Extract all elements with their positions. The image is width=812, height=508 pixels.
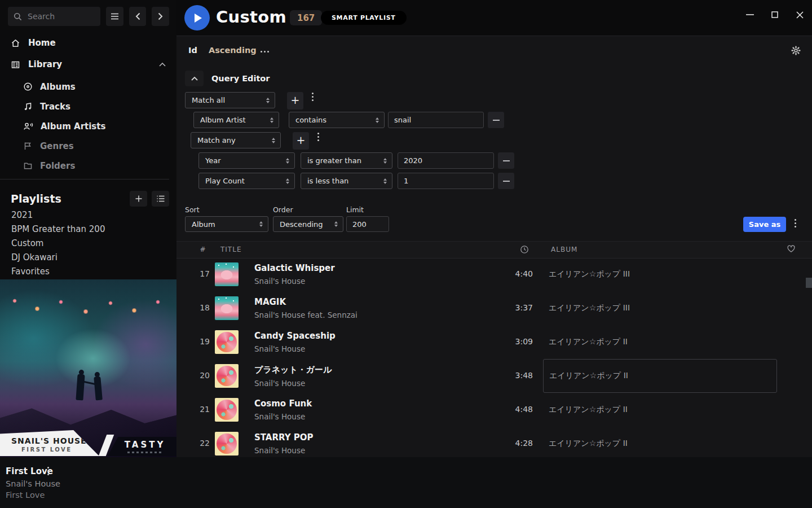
library-icon [11, 60, 20, 69]
column-album[interactable]: ALBUM [551, 246, 577, 253]
chevron-up-icon[interactable] [159, 63, 166, 67]
rule2-value-input[interactable] [398, 152, 494, 169]
remove-rule1-button[interactable] [488, 112, 504, 128]
scrollbar-thumb[interactable] [806, 278, 812, 288]
column-index[interactable]: # [198, 246, 208, 253]
track-row[interactable]: 22 STARRY POP Snail's House 4:28 エイリアン☆ポ… [176, 427, 812, 457]
track-album-cell[interactable]: エイリアン☆ポップ III [543, 291, 777, 325]
forward-button[interactable] [152, 7, 169, 26]
sort-field-button[interactable]: Id [188, 46, 197, 55]
back-button[interactable] [129, 7, 147, 26]
plus-icon [135, 195, 142, 202]
track-album: エイリアン☆ポップ III [549, 269, 630, 279]
track-number: 18 [187, 303, 210, 312]
track-row[interactable]: 17 Galactic Whisper Snail's House 4:40 エ… [176, 257, 812, 291]
track-album-cell[interactable]: エイリアン☆ポップ III [543, 257, 777, 291]
close-button[interactable] [787, 0, 812, 29]
add-rule-button-group1[interactable]: + [287, 92, 303, 110]
rule2-field-select[interactable]: Year [198, 152, 295, 169]
sort-select[interactable]: Album [185, 216, 268, 232]
limit-input[interactable] [346, 216, 389, 232]
select-arrows-icon [383, 178, 387, 184]
rule1-field-select[interactable]: Album Artist [193, 112, 279, 128]
group1-menu-button[interactable] [312, 96, 314, 98]
app-window: Home Library Albums Tracks [0, 0, 812, 508]
track-album: エイリアン☆ポップ III [549, 303, 630, 313]
sidebar-library-item[interactable]: Folders [0, 156, 176, 176]
sidebar-item-home[interactable]: Home [0, 32, 176, 54]
sidebar-divider [0, 179, 169, 179]
gear-icon [791, 46, 801, 55]
match-mode-value: Match all [192, 96, 225, 104]
track-row[interactable]: 21 Cosmo Funk Snail's House 4:48 エイリアン☆ポ… [176, 393, 812, 427]
track-row[interactable]: 19 Candy Spaceship Snail's House 3:09 エイ… [176, 325, 812, 359]
album-art-label-badge: TASTY [108, 437, 176, 456]
select-arrows-icon [383, 158, 387, 164]
now-playing-menu-button[interactable] [47, 470, 49, 472]
order-select[interactable]: Descending [273, 216, 343, 232]
duration-column-icon[interactable] [520, 245, 529, 254]
sort-toolbar: Id Ascending [176, 46, 812, 57]
search-input[interactable] [27, 11, 95, 21]
rule3-value-input[interactable] [398, 173, 494, 189]
playlist-item[interactable]: Favorites [11, 265, 171, 279]
sidebar-home-label: Home [28, 38, 56, 48]
select-arrows-icon [376, 117, 379, 123]
rule3-field-select[interactable]: Play Count [198, 173, 295, 189]
sort-direction-button[interactable]: Ascending [209, 46, 257, 55]
save-as-button[interactable]: Save as [743, 217, 786, 232]
match-mode-select-group2[interactable]: Match any [191, 132, 281, 148]
add-rule-button-group2[interactable]: + [293, 132, 309, 150]
play-playlist-button[interactable] [184, 5, 210, 30]
track-row[interactable]: 18 MAGIK Snail's House feat. Sennzai 3:3… [176, 291, 812, 325]
sidebar-library-item[interactable]: Album Artists [0, 116, 176, 136]
sidebar-library-item[interactable]: Genres [0, 136, 176, 156]
playlist-list-button[interactable] [152, 191, 169, 207]
minimize-button[interactable] [738, 0, 762, 29]
query-editor-collapse-button[interactable] [185, 71, 204, 86]
playlist-item[interactable]: BPM Greater than 200 [11, 222, 171, 237]
add-playlist-button[interactable] [130, 191, 147, 207]
playlist-item-label: 2021 [11, 210, 33, 220]
track-album-cell[interactable]: エイリアン☆ポップ II [543, 325, 777, 359]
more-options-button[interactable] [264, 51, 266, 52]
hamburger-icon [111, 13, 119, 20]
maximize-button[interactable] [762, 0, 787, 29]
playlist-item[interactable]: DJ Okawari [11, 251, 171, 265]
rule2-operator-select[interactable]: is greater than [301, 152, 392, 169]
match-mode-select-group1[interactable]: Match all [185, 92, 275, 108]
sidebar-item-library[interactable]: Library [0, 54, 176, 75]
remove-rule2-button[interactable] [498, 152, 514, 169]
sidebar-library-item[interactable]: Tracks [0, 97, 176, 116]
track-album-cell[interactable]: エイリアン☆ポップ II [543, 393, 777, 427]
minimize-icon [746, 14, 754, 15]
menu-button[interactable] [106, 7, 123, 26]
favorite-column-icon[interactable] [787, 244, 796, 253]
playlists-list: 2021 BPM Greater than 200 Custom DJ Okaw… [11, 208, 171, 279]
now-playing-album: First Love [6, 491, 45, 500]
remove-rule3-button[interactable] [498, 173, 514, 189]
group2-menu-button[interactable] [317, 136, 319, 138]
rule1-value-input[interactable] [388, 112, 484, 128]
track-album-cell[interactable]: エイリアン☆ポップ II [543, 427, 777, 457]
rule3-operator-select[interactable]: is less than [301, 173, 392, 189]
playlist-item[interactable]: Custom [11, 237, 171, 251]
sidebar-library-item[interactable]: Albums [0, 77, 176, 97]
player-bar: First Love Snail's House First Love 0:00… [0, 457, 812, 508]
save-menu-button[interactable] [795, 222, 796, 224]
order-label: Order [273, 205, 293, 214]
rule1-operator-select[interactable]: contains [289, 112, 385, 128]
clock-icon [520, 245, 529, 254]
settings-gear-button[interactable] [791, 46, 801, 55]
library-item-icon [23, 141, 33, 151]
track-album-art [215, 296, 239, 320]
track-album-cell[interactable]: エイリアン☆ポップ II [543, 359, 777, 393]
track-row[interactable]: 20 プラネット・ガール Snail's House 3:48 エイリアン☆ポッ… [176, 359, 812, 393]
search-box[interactable] [8, 7, 100, 26]
column-title[interactable]: TITLE [220, 246, 241, 253]
now-playing-album-art[interactable]: SNAIL'S HOUSE FIRST LOVE TASTY [0, 279, 176, 457]
home-icon [11, 38, 20, 48]
track-artist: Snail's House [254, 344, 336, 353]
rule3-operator-value: is less than [307, 177, 348, 185]
playlist-item[interactable]: 2021 [11, 208, 171, 222]
